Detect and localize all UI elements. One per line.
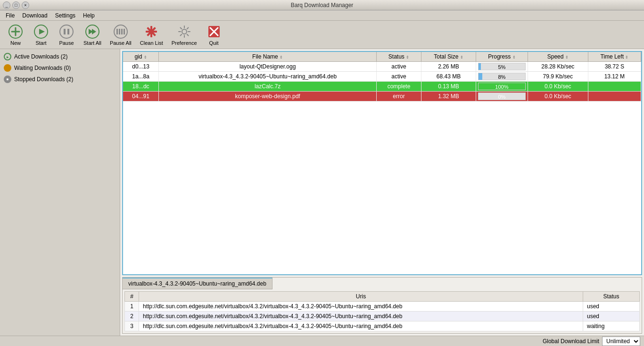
pause-all-label: Pause All: [110, 40, 132, 46]
clean-list-button[interactable]: Clean List: [137, 22, 166, 48]
menu-file[interactable]: File: [2, 11, 18, 20]
waiting-downloads-label: Waiting Downloads (0): [14, 65, 71, 71]
active-downloads-icon: [4, 53, 11, 60]
cell-total-size: 0.13 MB: [421, 82, 476, 92]
menu-download[interactable]: Download: [18, 11, 51, 20]
title-bar-buttons[interactable]: _ □ ×: [3, 1, 29, 9]
preference-icon: [177, 24, 192, 39]
maximize-button[interactable]: □: [12, 1, 20, 9]
cell-speed: 0.0 Kb/sec: [528, 82, 588, 92]
quit-button[interactable]: Quit: [202, 22, 226, 48]
clean-list-icon: [144, 24, 159, 39]
cell-status: complete: [377, 82, 421, 92]
detail-panel: virtualbox-4.3_4.3.2-90405~Ubuntu~raring…: [122, 277, 642, 334]
cell-gid: 18...dc: [123, 82, 159, 92]
new-button[interactable]: New: [4, 22, 27, 48]
detail-col-num: #: [125, 292, 139, 302]
start-all-button[interactable]: Start All: [80, 22, 105, 48]
cell-filename: virtualbox-4.3_4.3.2-90405~Ubuntu~raring…: [159, 72, 377, 82]
detail-cell-uri: http://dlc.sun.com.edgesuite.net/virtual…: [139, 312, 583, 321]
downloads-table: gid ⇕ File Name ⇕ Status ⇕ Total Si: [123, 52, 641, 101]
pause-button[interactable]: Pause: [55, 22, 78, 48]
detail-cell-num: 1: [125, 302, 139, 312]
cell-status: active: [377, 62, 421, 72]
start-label: Start: [35, 40, 46, 46]
table-row[interactable]: 04...91komposer-web-design.pdferror1.32 …: [123, 92, 641, 101]
detail-cell-status: waiting: [583, 321, 640, 331]
minimize-button[interactable]: _: [3, 1, 10, 9]
svg-rect-12: [121, 29, 123, 34]
cell-progress: 5%: [476, 62, 528, 72]
active-downloads-label: Active Downloads (2): [14, 53, 67, 60]
col-header-progress[interactable]: Progress ⇕: [476, 52, 528, 62]
cell-gid: 1a...8a: [123, 72, 159, 82]
progress-sort-arrow: ⇕: [512, 55, 516, 59]
detail-cell-uri: http://dlc.sun.com.edgesuite.net/virtual…: [139, 302, 583, 312]
col-header-status[interactable]: Status ⇕: [377, 52, 421, 62]
svg-rect-10: [116, 29, 118, 34]
cell-gid: 04...91: [123, 92, 159, 101]
cell-progress: 0%: [476, 92, 528, 101]
detail-tab[interactable]: virtualbox-4.3_4.3.2-90405~Ubuntu~raring…: [123, 278, 272, 289]
close-button[interactable]: ×: [22, 1, 29, 9]
gid-sort-arrow: ⇕: [144, 55, 147, 59]
start-button[interactable]: Start: [29, 22, 53, 48]
cell-time-left: 13.12 M: [588, 72, 641, 82]
pause-label: Pause: [59, 40, 74, 46]
cell-time-left: 38.72 S: [588, 62, 641, 72]
stopped-downloads-icon: [4, 76, 11, 83]
start-icon: [33, 24, 49, 39]
waiting-downloads-icon: [4, 64, 11, 72]
table-row[interactable]: 1a...8avirtualbox-4.3_4.3.2-90405~Ubuntu…: [123, 72, 641, 82]
col-header-filename[interactable]: File Name ⇕: [159, 52, 377, 62]
pause-all-icon: [113, 24, 128, 39]
quit-icon: [206, 24, 222, 39]
preference-button[interactable]: Preference: [168, 22, 200, 48]
time-sort-arrow: ⇕: [625, 55, 628, 59]
svg-point-18: [182, 29, 187, 34]
cell-time-left: [588, 82, 641, 92]
pause-all-button[interactable]: Pause All: [107, 22, 135, 48]
global-limit-select[interactable]: Unlimited128 Kb/s256 Kb/s512 Kb/s1 Mb/s: [602, 337, 640, 346]
cell-status: active: [377, 72, 421, 82]
title-bar: _ □ × Barq Download Manager: [0, 0, 644, 10]
col-header-total-size[interactable]: Total Size ⇕: [421, 52, 476, 62]
col-header-time-left[interactable]: Time Left ⇕: [588, 52, 641, 62]
cell-speed: 79.9 Kb/sec: [528, 72, 588, 82]
start-all-icon: [85, 24, 100, 39]
detail-cell-num: 2: [125, 312, 139, 321]
col-header-gid[interactable]: gid ⇕: [123, 52, 159, 62]
menu-settings[interactable]: Settings: [51, 11, 79, 20]
cell-speed: 28.28 Kb/sec: [528, 62, 588, 72]
cell-progress: 8%: [476, 72, 528, 82]
downloads-table-container[interactable]: gid ⇕ File Name ⇕ Status ⇕ Total Si: [122, 51, 642, 275]
svg-rect-5: [67, 29, 69, 34]
detail-cell-status: used: [583, 312, 640, 321]
detail-tab-label: virtualbox-4.3_4.3.2-90405~Ubuntu~raring…: [128, 280, 266, 287]
table-row[interactable]: 18...dclazCalc.7zcomplete0.13 MB100%0.0 …: [123, 82, 641, 92]
table-row[interactable]: d0...13layout-QtDesigner.oggactive2.26 M…: [123, 62, 641, 72]
filename-sort-arrow: ⇕: [280, 55, 283, 59]
quit-label: Quit: [209, 40, 218, 46]
detail-col-uris: Uris: [139, 292, 583, 302]
new-label: New: [10, 40, 21, 46]
cell-time-left: [588, 92, 641, 101]
cell-status: error: [377, 92, 421, 101]
cell-total-size: 1.32 MB: [421, 92, 476, 101]
cell-total-size: 2.26 MB: [421, 62, 476, 72]
cell-progress: 100%: [476, 82, 528, 92]
col-header-speed[interactable]: Speed ⇕: [528, 52, 588, 62]
size-sort-arrow: ⇕: [460, 55, 463, 59]
pause-icon: [59, 24, 74, 39]
clean-list-label: Clean List: [140, 40, 163, 46]
svg-marker-2: [39, 29, 45, 34]
toolbar: New Start Pause S: [0, 21, 644, 49]
menu-help[interactable]: Help: [79, 11, 99, 20]
cell-gid: d0...13: [123, 62, 159, 72]
sidebar-item-waiting[interactable]: Waiting Downloads (0): [0, 62, 120, 74]
sidebar-item-stopped[interactable]: Stopped Downloads (2): [0, 74, 120, 85]
stopped-downloads-label: Stopped Downloads (2): [14, 76, 73, 83]
window-title: Barq Download Manager: [291, 2, 354, 8]
sidebar-item-active[interactable]: Active Downloads (2): [0, 51, 120, 62]
cell-speed: 0.0 Kb/sec: [528, 92, 588, 101]
